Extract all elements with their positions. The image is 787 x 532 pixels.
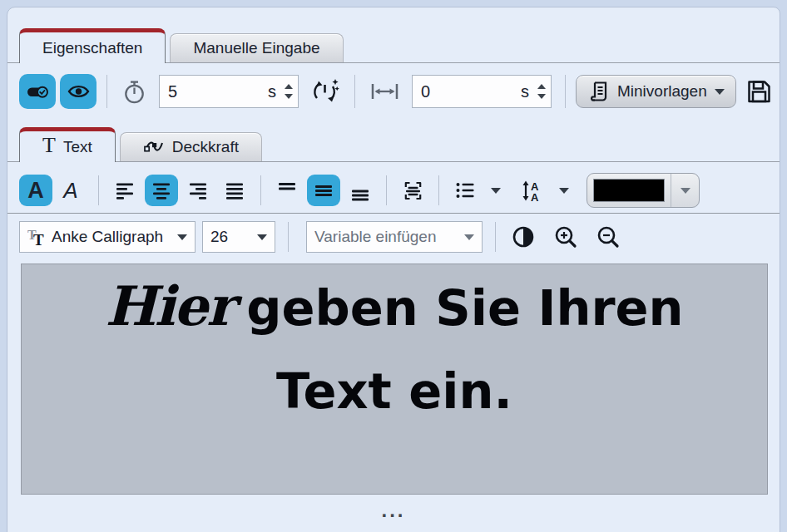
color-swatch-area: [587, 174, 671, 207]
tab-eigenschaften[interactable]: Eigenschaften: [19, 28, 166, 63]
list-dropdown-button[interactable]: [485, 175, 507, 206]
valign-middle-button[interactable]: [307, 175, 340, 206]
save-button[interactable]: [745, 78, 773, 106]
separator: [438, 175, 439, 205]
chevron-down-icon: [681, 188, 690, 194]
duration-field[interactable]: 5 s: [159, 75, 299, 108]
opacity-curve-icon: [143, 136, 165, 158]
properties-panel: Eigenschaften Manuelle Eingabe: [7, 7, 780, 532]
align-justify-button[interactable]: [218, 175, 251, 206]
preview-line1: Hiergeben Sie Ihren: [22, 278, 767, 334]
valign-middle-icon: [313, 180, 334, 201]
bullet-list-icon: [454, 180, 476, 201]
offset-spinner: [537, 84, 546, 99]
minivorlagen-label: Minivorlagen: [617, 82, 707, 101]
insert-variable-dropdown[interactable]: Variable einfügen: [306, 221, 483, 253]
align-right-button[interactable]: [181, 175, 215, 206]
valign-top-button[interactable]: [270, 175, 304, 206]
separator: [98, 175, 99, 205]
tab-deckkraft[interactable]: Deckkraft: [120, 132, 262, 161]
preview-line2: Text ein.: [22, 366, 767, 417]
align-center-icon: [151, 180, 172, 201]
toggle-check-icon: [26, 81, 50, 102]
valign-bottom-icon: [349, 180, 371, 201]
align-justify-icon: [224, 180, 245, 201]
color-swatch: [593, 179, 665, 202]
offset-unit: s: [521, 82, 529, 101]
tab-manuelle-eingabe[interactable]: Manuelle Eingabe: [170, 33, 343, 62]
font-family-dropdown[interactable]: T T Anke Calligraph: [19, 221, 196, 253]
separator: [106, 75, 107, 108]
enable-toggle-button[interactable]: [19, 74, 56, 109]
scroll-template-icon: [587, 80, 610, 103]
spin-up-button[interactable]: [537, 84, 546, 89]
duration-spinner: [285, 84, 293, 99]
chevron-down-icon: [559, 188, 569, 194]
font-size-value: 26: [210, 228, 252, 246]
zoom-in-button[interactable]: [553, 224, 579, 250]
contrast-button[interactable]: [512, 225, 535, 249]
chevron-down-icon: [257, 234, 267, 240]
duration-unit: s: [268, 82, 276, 101]
align-right-icon: [187, 180, 209, 201]
spin-up-button[interactable]: [285, 84, 293, 89]
font-size-dropdown[interactable]: 26: [202, 221, 275, 253]
separator: [260, 175, 261, 205]
chevron-down-icon: [177, 234, 187, 240]
svg-text:T: T: [33, 231, 44, 248]
text-color-button[interactable]: [587, 173, 700, 208]
font-toolbar: T T Anke Calligraph 26 Variable einfügen: [7, 221, 780, 253]
preview-line1-rest: geben Sie Ihren: [246, 279, 683, 337]
insert-variable-label: Variable einfügen: [314, 228, 459, 246]
sub-tabbar: T Text Deckkraft: [7, 123, 780, 162]
separator: [565, 75, 566, 108]
format-toolbar: A A: [7, 174, 780, 214]
align-center-button[interactable]: [145, 175, 178, 206]
italic-icon: A: [63, 180, 81, 201]
font-family-icon: T T: [27, 227, 47, 248]
separator: [386, 175, 387, 205]
tab-text[interactable]: T Text: [19, 127, 116, 162]
fit-text-frame-icon: [402, 180, 424, 202]
offset-field[interactable]: 0 s: [412, 75, 552, 108]
zoom-out-button[interactable]: [596, 224, 621, 250]
align-left-button[interactable]: [108, 175, 141, 206]
chevron-down-icon: [464, 234, 474, 240]
svg-text:A: A: [531, 190, 539, 202]
auto-duration-icon[interactable]: [310, 77, 340, 106]
spin-down-button[interactable]: [537, 94, 546, 99]
tab-manuelle-eingabe-label: Manuelle Eingabe: [193, 39, 319, 57]
spin-down-button[interactable]: [285, 94, 293, 99]
separator: [495, 222, 496, 252]
top-toolbar: 5 s: [7, 73, 780, 110]
italic-button[interactable]: A: [56, 175, 89, 206]
timespan-width-icon: [369, 80, 400, 103]
preview-line1-script: Hier: [105, 274, 233, 337]
list-button[interactable]: [448, 175, 482, 206]
color-dropdown-button[interactable]: [671, 174, 699, 207]
valign-top-icon: [276, 180, 298, 201]
chevron-down-icon: [491, 188, 501, 194]
duration-value: 5: [168, 82, 268, 101]
offset-value: 0: [421, 82, 521, 101]
minivorlagen-button[interactable]: Minivorlagen: [576, 75, 736, 108]
line-spacing-button[interactable]: A A: [517, 175, 550, 206]
font-family-value: Anke Calligraph: [52, 228, 172, 246]
main-tabbar: Eigenschaften Manuelle Eingabe: [7, 24, 780, 63]
valign-bottom-button[interactable]: [344, 175, 377, 206]
text-preview-canvas[interactable]: Hiergeben Sie Ihren Text ein.: [21, 264, 768, 495]
chevron-down-icon: [715, 89, 725, 95]
bold-button[interactable]: A: [19, 175, 52, 206]
splitter-handle[interactable]: ...: [7, 495, 780, 526]
tab-deckkraft-label: Deckkraft: [172, 138, 239, 156]
fit-text-frame-button[interactable]: [396, 175, 429, 206]
visibility-button[interactable]: [60, 74, 97, 109]
separator: [354, 75, 355, 108]
line-spacing-dropdown-button[interactable]: [553, 175, 575, 206]
line-spacing-icon: A A: [522, 180, 546, 202]
stopwatch-icon: [121, 79, 147, 105]
eye-icon: [67, 81, 90, 102]
text-tab-icon: T: [42, 135, 56, 156]
separator: [288, 222, 289, 252]
tab-text-label: Text: [63, 138, 92, 156]
